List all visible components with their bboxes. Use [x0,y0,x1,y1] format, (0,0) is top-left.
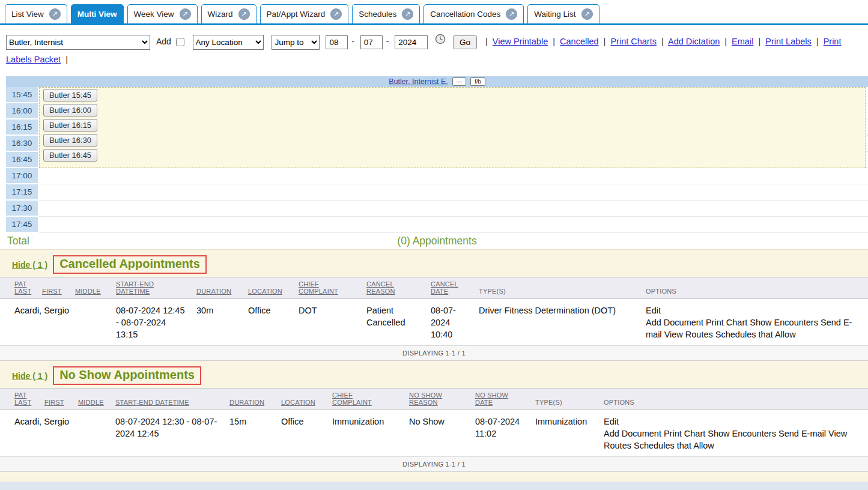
schedule-row[interactable] [39,201,868,217]
option-add-document[interactable]: Add Document [604,429,661,438]
col-noshow-date[interactable]: NO SHOW DATE [472,389,532,410]
time-label: 15:45 [6,87,39,103]
col-noshow-reason[interactable]: NO SHOW REASON [405,389,472,410]
tab-pat-appt-wizard[interactable]: Pat/Appt Wizard ↗ [260,4,349,23]
col-types: TYPE(S) [475,277,642,299]
slot-button[interactable]: Butler 16:00 [43,104,97,116]
schedule-row[interactable] [39,217,868,233]
tab-label: Week View [134,10,174,19]
link-email[interactable]: Email [732,37,753,46]
slot-button[interactable]: Butler 16:15 [43,119,97,132]
col-first[interactable]: FIRST [38,277,71,299]
tab-label: Multi View [77,10,117,19]
chief-complaint: DOT [295,299,363,346]
open-new-window-icon[interactable]: ↗ [506,8,517,20]
noshow-appointment-row: Acardi, Sergio 08-07-2024 12:30 - 08-07-… [0,410,868,457]
tab-cancellation-codes[interactable]: Cancellation Codes ↗ [423,4,524,23]
options-cell: Edit Add Document Print Chart Show Encou… [642,299,868,346]
date-year-input[interactable] [395,35,428,49]
clock-icon[interactable] [435,32,446,50]
add-label: Add [156,37,171,46]
link-separator: | [65,55,68,64]
slot-button[interactable]: Butler 16:45 [43,149,97,162]
col-middle[interactable]: MIDDLE [74,389,112,410]
option-show-encounters[interactable]: Show Encounters [750,318,818,327]
tab-week-view[interactable]: Week View ↗ [127,4,198,23]
link-cancelled[interactable]: Cancelled [560,37,599,46]
option-schedules-that-allow[interactable]: Schedules that Allow [634,441,714,450]
time-label: 16:00 [6,103,39,119]
tab-multi-view[interactable]: Multi View [71,4,124,23]
col-location[interactable]: LOCATION [278,389,329,410]
col-duration[interactable]: DURATION [193,277,244,299]
open-new-window-icon[interactable]: ↗ [402,8,413,20]
cancelled-table-header-row: PAT LAST FIRST MIDDLE START-END DATETIME… [0,277,868,299]
link-print-charts[interactable]: Print Charts [610,37,657,46]
schedule-row[interactable] [39,184,868,201]
time-label: 16:45 [6,152,39,168]
col-options: OPTIONS [642,277,868,299]
col-cancel-date[interactable]: CANCEL DATE [427,277,475,299]
slot-button[interactable]: Butler 16:30 [43,134,97,147]
provider-link[interactable]: Butler, Internist E. [389,77,448,86]
tab-wizard[interactable]: Wizard ↗ [201,4,256,23]
col-pat-last[interactable]: PAT LAST [0,277,38,299]
link-add-dictation[interactable]: Add Dictation [668,37,720,46]
tab-waiting-list[interactable]: Waiting List ↗ [527,4,599,23]
hide-noshow-link[interactable]: Hide ( 1 ) [12,371,47,381]
tab-label: Schedules [359,10,396,19]
date-month-input[interactable] [326,35,348,49]
link-separator: | [724,37,727,46]
date-day-input[interactable] [360,35,383,49]
go-button[interactable]: Go [453,35,477,49]
schedule-row[interactable] [39,168,868,184]
option-view-routes[interactable]: View Routes [664,330,713,339]
total-appointments: (0) Appointments [6,235,868,247]
tab-schedules[interactable]: Schedules ↗ [352,4,420,23]
noshow-reason: No Show [405,410,472,457]
open-new-window-icon[interactable]: ↗ [238,8,250,20]
time-label: 16:15 [6,119,39,136]
open-new-window-icon[interactable]: ↗ [581,8,593,20]
option-schedules-that-allow[interactable]: Schedules that Allow [715,330,796,339]
col-chief-complaint[interactable]: CHIEF COMPLAINT [295,277,363,299]
link-print-labels[interactable]: Print Labels [765,37,812,46]
open-new-window-icon[interactable]: ↗ [49,8,61,20]
option-send-email[interactable]: Send E-mail [778,429,826,438]
cancel-reason: Patient Cancelled [363,299,427,346]
col-pat-last[interactable]: PAT LAST [0,389,41,410]
option-add-document[interactable]: Add Document [646,318,703,327]
tab-label: Wizard [208,10,233,19]
col-start-end[interactable]: START-END DATETIME [112,277,193,299]
hide-cancelled-link[interactable]: Hide ( 1 ) [12,260,47,270]
option-show-encounters[interactable]: Show Encounters [708,429,776,438]
col-location[interactable]: LOCATION [244,277,295,299]
slot-button[interactable]: Butler 15:45 [43,89,97,101]
noshow-date: 08-07-2024 11:02 [472,410,532,457]
link-separator: | [604,37,606,46]
link-view-printable[interactable]: View Printable [493,37,548,46]
location-select[interactable]: Any Location [193,35,264,50]
option-edit[interactable]: Edit [646,306,661,315]
jump-to-select[interactable]: Jump to [272,35,320,50]
col-cancel-reason[interactable]: CANCEL REASON [363,277,427,299]
col-options: OPTIONS [600,389,868,410]
col-first[interactable]: FIRST [41,389,74,410]
option-edit[interactable]: Edit [604,417,619,426]
col-middle[interactable]: MIDDLE [71,277,112,299]
time-label: 17:45 [6,217,39,233]
add-checkbox[interactable] [176,38,184,46]
tab-list-view[interactable]: List View ↗ [5,4,67,23]
provider-select[interactable]: Butler, Internist [6,35,150,50]
minimize-button[interactable]: — [452,77,467,86]
fb-button[interactable]: f/b [470,77,485,86]
option-print-chart[interactable]: Print Chart [664,429,705,438]
col-duration[interactable]: DURATION [226,389,278,410]
col-chief-complaint[interactable]: CHIEF COMPLAINT [329,389,405,410]
col-start-end[interactable]: START-END DATETIME [112,389,226,410]
cancelled-section-head: Hide ( 1 ) Cancelled Appointments [0,250,868,277]
schedule-grid: Butler, Internist E. — f/b 15:45 16:00 1… [6,76,868,249]
option-print-chart[interactable]: Print Chart [706,318,747,327]
open-new-window-icon[interactable]: ↗ [180,8,191,20]
open-new-window-icon[interactable]: ↗ [330,8,342,20]
